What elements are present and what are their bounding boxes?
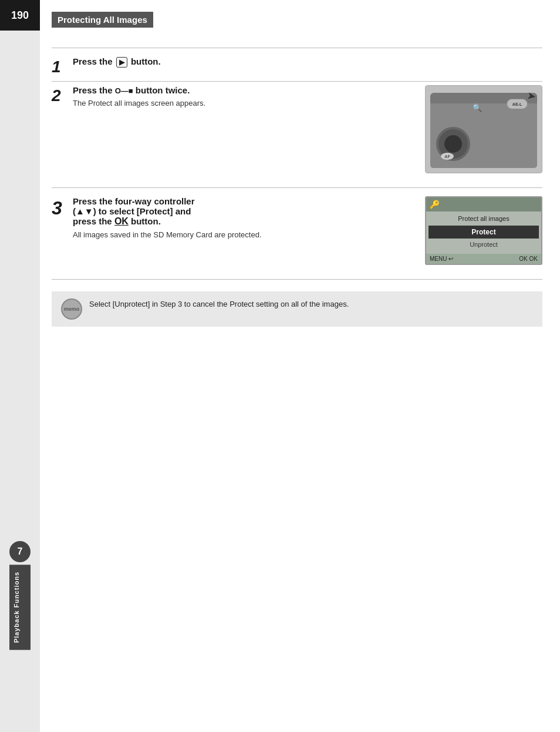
divider-3 [52,279,542,280]
ae-l-button: AE-L [507,99,528,109]
memo-icon: memo [61,298,82,320]
sidebar: 190 7 Playback Functions [0,0,40,732]
divider-2 [52,187,542,188]
main-content: Protecting All Images 1 Press the ▶ butt… [40,0,560,732]
section-title: Protecting All Images [52,12,153,28]
af-label: AF [441,153,454,160]
step-3: 3 Press the four-way controller (▲▼) to … [52,196,542,271]
protect-icon: 🔑 [430,200,440,209]
step-1-title: Press the ▶ button. [73,56,542,68]
lcd-option-unprotect: Unprotect [426,239,541,250]
step-3-title: Press the four-way controller (▲▼) to se… [73,196,413,227]
step-1-content: Press the ▶ button. [73,56,542,70]
step-3-text: Press the four-way controller (▲▼) to se… [73,196,413,239]
ok-button-label: OK [114,216,129,226]
lcd-body: Protect all images Protect Unprotect [426,211,541,254]
step-1: 1 Press the ▶ button. [52,56,542,82]
lcd-footer-left: MENU ↩ [430,256,453,262]
play-button-icon: ▶ [116,57,127,68]
chapter-number: 7 [9,541,31,562]
chapter-label: Playback Functions [9,565,31,650]
memo-text: Select [Unprotect] in Step 3 to cancel t… [89,298,349,310]
step-number-2: 2 [52,88,73,104]
lcd-title: Protect all images [426,215,541,222]
step-2-desc: The Protect all images screen appears. [73,99,413,108]
step-3-desc: All images saved in the SD Memory Card a… [73,230,413,239]
lcd-option-protect: Protect [429,226,539,239]
page-number: 190 [0,0,40,31]
q-icon: 🔍 [473,103,482,112]
lcd-footer: MENU ↩ OK OK [426,254,541,264]
lcd-footer-right: OK OK [519,256,538,262]
step-2-content: Press the O―■ button twice. The Protect … [73,85,542,173]
memo-box: memo Select [Unprotect] in Step 3 to can… [52,291,542,327]
divider-1 [52,48,542,48]
om-icon: O―■ [115,86,133,95]
memo-icon-label: memo [64,306,80,312]
step-2-text: Press the O―■ button twice. The Protect … [73,85,413,108]
lcd-screen: 🔑 Protect all images Protect Unprotect M… [425,196,542,265]
step-number-1: 1 [52,59,73,75]
step-2-title: Press the O―■ button twice. [73,85,413,95]
lcd-top-bar: 🔑 [426,197,541,211]
step-number-3: 3 [52,199,73,217]
step-2: 2 Press the O―■ button twice. The Protec… [52,85,542,179]
step-3-content: Press the four-way controller (▲▼) to se… [73,196,542,265]
camera-illustration: AE-L ➤ AF 🔍 [425,85,542,173]
